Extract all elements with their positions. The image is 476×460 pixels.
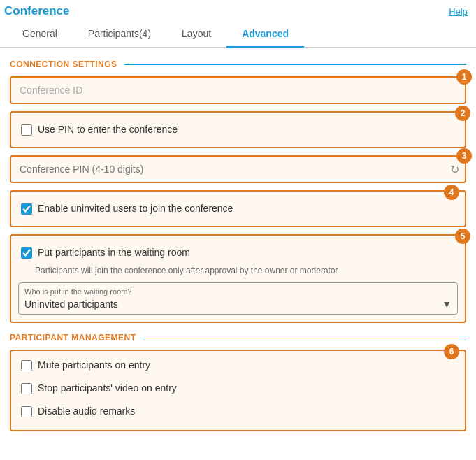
- use-pin-row: Use PIN to enter the conference: [18, 118, 458, 141]
- badge-1: 1: [456, 69, 472, 85]
- help-link[interactable]: Help: [449, 6, 468, 17]
- enable-uninvited-checkbox[interactable]: [21, 203, 32, 215]
- content-area: CONNECTION SETTINGS 1 Use PIN to enter t…: [0, 48, 476, 452]
- enable-uninvited-row: Enable uninvited users to join the confe…: [18, 197, 458, 220]
- header: Conference Help: [0, 0, 476, 21]
- conference-id-input[interactable]: [10, 76, 466, 104]
- enable-uninvited-box: Enable uninvited users to join the confe…: [10, 190, 466, 227]
- conference-id-wrapper: 1: [10, 76, 466, 104]
- waiting-room-row: Put participants in the waiting room: [18, 241, 458, 264]
- mute-checkbox[interactable]: [21, 360, 32, 371]
- stop-video-row: Stop participants' video on entry: [18, 377, 458, 400]
- waiting-room-dropdown[interactable]: Uninvited participants ▼: [24, 299, 452, 310]
- badge-4: 4: [444, 185, 459, 200]
- use-pin-label: Use PIN to enter the conference: [38, 124, 178, 135]
- badge-2: 2: [455, 106, 470, 121]
- use-pin-box: Use PIN to enter the conference 2: [10, 111, 466, 148]
- waiting-room-dropdown-group: Who is put in the waiting room? Uninvite…: [18, 282, 458, 315]
- tab-layout[interactable]: Layout: [166, 21, 226, 48]
- badge-5: 5: [455, 229, 470, 244]
- waiting-room-dropdown-label: Who is put in the waiting room?: [24, 287, 452, 296]
- waiting-description: Participants will join the conference on…: [35, 266, 458, 275]
- conference-pin-wrapper: ↻ 3: [10, 155, 466, 183]
- tab-advanced[interactable]: Advanced: [226, 21, 304, 48]
- badge-3: 3: [456, 148, 472, 164]
- refresh-pin-icon[interactable]: ↻: [450, 163, 459, 176]
- disable-audio-row: Disable audio remarks: [18, 400, 458, 423]
- connection-settings-title: CONNECTION SETTINGS: [10, 59, 466, 69]
- waiting-room-dropdown-value: Uninvited participants: [24, 299, 118, 310]
- use-pin-checkbox[interactable]: [21, 124, 32, 136]
- stop-video-checkbox[interactable]: [21, 383, 32, 394]
- tab-participants[interactable]: Participants(4): [73, 21, 166, 48]
- participant-management-title: PARTICIPANT MANAGEMENT: [10, 333, 466, 343]
- enable-uninvited-label: Enable uninvited users to join the confe…: [38, 203, 233, 214]
- waiting-room-checkbox[interactable]: [21, 247, 32, 259]
- chevron-down-icon: ▼: [442, 299, 452, 310]
- connection-settings-section: CONNECTION SETTINGS 1 Use PIN to enter t…: [10, 59, 466, 323]
- tab-general[interactable]: General: [7, 21, 73, 48]
- mute-row: Mute participants on entry: [18, 354, 458, 377]
- conference-pin-input[interactable]: [10, 155, 466, 183]
- stop-video-label: Stop participants' video on entry: [38, 382, 177, 394]
- participant-management-section: PARTICIPANT MANAGEMENT Mute participants…: [10, 333, 466, 431]
- mute-label: Mute participants on entry: [38, 359, 150, 371]
- badge-6: 6: [444, 344, 459, 359]
- waiting-room-label: Put participants in the waiting room: [38, 247, 190, 258]
- disable-audio-checkbox[interactable]: [21, 406, 32, 417]
- management-box: Mute participants on entry Stop particip…: [10, 350, 466, 431]
- page-title: Conference: [4, 4, 70, 18]
- tab-bar: General Participants(4) Layout Advanced: [0, 21, 476, 48]
- waiting-room-box: Put participants in the waiting room Par…: [10, 234, 466, 323]
- disable-audio-label: Disable audio remarks: [38, 405, 135, 417]
